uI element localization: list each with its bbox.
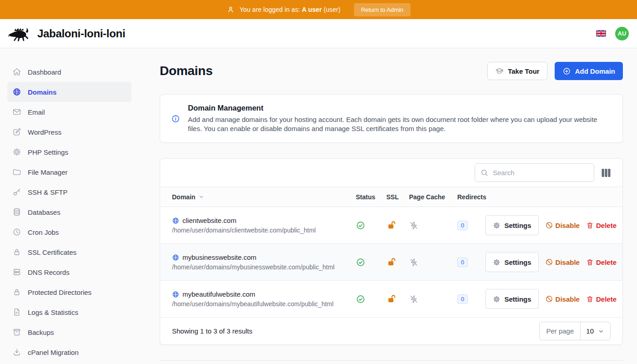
folder-icon xyxy=(12,167,21,177)
column-header-status: Status xyxy=(356,193,386,201)
server-icon xyxy=(12,268,21,277)
download-icon xyxy=(12,348,21,357)
sidebar-item-ssh-sftp[interactable]: SSH & SFTP xyxy=(7,182,131,202)
search-input[interactable] xyxy=(475,163,594,182)
ssl-unlocked-icon xyxy=(386,257,396,267)
disable-button[interactable]: Disable xyxy=(545,221,580,229)
document-icon xyxy=(12,308,21,317)
domain-path: /home/user/domains/mybusinesswebsite.com… xyxy=(172,263,356,271)
per-page-value: 10 xyxy=(586,327,594,335)
sidebar-item-domains[interactable]: Domains xyxy=(7,82,131,102)
status-enabled-icon xyxy=(356,258,365,267)
home-icon xyxy=(12,67,21,76)
columns-icon xyxy=(601,168,612,178)
sidebar-item-dashboard[interactable]: Dashboard xyxy=(7,62,131,82)
info-card-body: Add and manage domains for your hosting … xyxy=(188,115,600,133)
boar-logo-icon xyxy=(7,25,31,42)
column-header-ssl: SSL xyxy=(386,193,409,201)
table-footer: Showing 1 to 3 of 3 results Per page 10 xyxy=(160,318,622,344)
lock-icon xyxy=(12,288,21,297)
table-row: mybeautifulwebsite.com /home/user/domain… xyxy=(160,281,622,318)
table-header-row: Domain Status SSL Page Cache Redirects xyxy=(160,187,622,207)
domain-path: /home/user/domains/mybeautifulwebsite.co… xyxy=(172,300,356,308)
header-actions: AU xyxy=(596,27,630,40)
gear-icon xyxy=(493,295,500,303)
sidebar-item-ssl-certificates[interactable]: SSL Certificates xyxy=(7,242,131,262)
page-cache-off-icon xyxy=(409,294,419,304)
column-header-page-cache: Page Cache xyxy=(409,193,457,201)
app-title: Jabaloni-loni-loni xyxy=(37,27,125,40)
sidebar-item-backups[interactable]: Backups xyxy=(7,322,131,342)
info-card-title: Domain Management xyxy=(188,104,600,112)
domain-name: clientwebsite.com xyxy=(182,217,236,224)
sidebar-item-logs-statistics[interactable]: Logs & Statistics xyxy=(7,302,131,322)
clock-icon xyxy=(12,228,21,237)
sidebar: Dashboard Domains Email WordPress PHP Se… xyxy=(0,48,146,364)
user-icon xyxy=(227,5,235,14)
trash-icon xyxy=(586,295,594,303)
sidebar-item-wordpress[interactable]: WordPress xyxy=(7,122,131,142)
sidebar-item-cpanel-migration[interactable]: cPanel Migration xyxy=(7,342,131,362)
user-avatar[interactable]: AU xyxy=(615,27,629,40)
app-header: Jabaloni-loni-loni AU xyxy=(0,19,637,48)
lock-icon xyxy=(12,248,21,257)
settings-button[interactable]: Settings xyxy=(485,289,538,309)
domains-table-card: Domain Status SSL Page Cache Redirects c… xyxy=(160,158,623,345)
return-to-admin-button[interactable]: Return to Admin xyxy=(354,3,410,16)
table-row: mybusinesswebsite.com /home/user/domains… xyxy=(160,244,622,281)
domain-name: mybeautifulwebsite.com xyxy=(182,290,255,298)
brand: Jabaloni-loni-loni xyxy=(7,25,125,42)
sidebar-item-cron-jobs[interactable]: Cron Jobs xyxy=(7,222,131,242)
gear-icon xyxy=(493,258,500,266)
column-header-domain[interactable]: Domain xyxy=(172,193,356,201)
disable-button[interactable]: Disable xyxy=(545,258,580,266)
archive-box-icon xyxy=(12,328,21,337)
per-page-select[interactable]: Per page 10 xyxy=(539,322,611,340)
trash-icon xyxy=(586,258,594,266)
impersonation-banner: You are logged in as: A user (user) Retu… xyxy=(0,0,637,19)
redirects-count-badge: 0 xyxy=(457,221,468,230)
sidebar-item-email[interactable]: Email xyxy=(7,102,131,122)
graduation-cap-icon xyxy=(495,67,504,76)
page-cache-off-icon xyxy=(409,221,419,230)
sidebar-item-databases[interactable]: Databases xyxy=(7,202,131,222)
delete-button[interactable]: Delete xyxy=(586,295,617,303)
globe-icon xyxy=(172,217,179,224)
language-flag-uk-icon[interactable] xyxy=(596,30,606,37)
plus-circle-icon xyxy=(562,67,571,76)
ssl-unlocked-icon xyxy=(386,294,396,304)
impersonation-text: You are logged in as: A user (user) xyxy=(239,6,340,13)
domain-path: /home/user/domains/clientwebsite.com/pub… xyxy=(172,227,356,234)
pencil-square-icon xyxy=(12,127,21,136)
info-icon xyxy=(171,114,180,123)
gear-icon xyxy=(12,147,21,157)
per-page-label: Per page xyxy=(540,322,581,340)
globe-icon xyxy=(172,254,179,261)
add-domain-button[interactable]: Add Domain xyxy=(555,62,623,80)
no-symbol-icon xyxy=(545,258,553,266)
database-icon xyxy=(12,207,21,217)
take-tour-button[interactable]: Take Tour xyxy=(487,62,547,80)
disable-button[interactable]: Disable xyxy=(545,295,580,303)
envelope-icon xyxy=(12,107,21,116)
sidebar-item-file-manager[interactable]: File Manager xyxy=(7,162,131,182)
status-enabled-icon xyxy=(356,294,365,304)
results-summary: Showing 1 to 3 of 3 results xyxy=(172,327,253,335)
sidebar-item-protected-directories[interactable]: Protected Directories xyxy=(7,282,131,302)
settings-button[interactable]: Settings xyxy=(485,252,538,272)
settings-button[interactable]: Settings xyxy=(485,215,538,235)
key-icon xyxy=(12,187,21,197)
no-symbol-icon xyxy=(545,295,553,303)
delete-button[interactable]: Delete xyxy=(586,222,617,229)
page-cache-off-icon xyxy=(409,258,419,267)
sidebar-item-dns-records[interactable]: DNS Records xyxy=(7,262,131,282)
main-content: Domains Take Tour Add Domain Domain Mana… xyxy=(146,48,637,364)
sidebar-item-php-settings[interactable]: PHP Settings xyxy=(7,142,131,162)
footer-divider xyxy=(160,360,623,361)
column-settings-button[interactable] xyxy=(601,166,612,180)
domain-management-info-card: Domain Management Add and manage domains… xyxy=(160,94,623,143)
delete-button[interactable]: Delete xyxy=(586,258,617,266)
ssl-unlocked-icon xyxy=(386,220,396,230)
domain-name: mybusinesswebsite.com xyxy=(182,253,257,261)
column-header-redirects: Redirects xyxy=(457,193,496,201)
